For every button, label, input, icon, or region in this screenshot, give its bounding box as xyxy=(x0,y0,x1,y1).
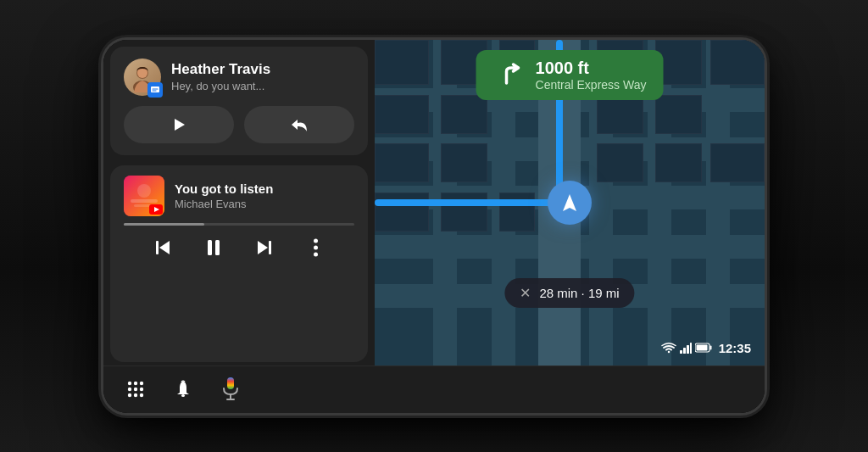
block-12 xyxy=(441,143,487,182)
android-auto-screen: Heather Travis Hey, do you want... xyxy=(103,40,765,413)
svg-point-35 xyxy=(140,393,143,397)
main-content-area: Heather Travis Hey, do you want... xyxy=(103,40,765,366)
notification-text: Heather Travis Hey, do you want... xyxy=(171,61,354,92)
notification-card: Heather Travis Hey, do you want... xyxy=(110,47,368,155)
svg-point-32 xyxy=(140,388,143,391)
eta-distance: 19 mi xyxy=(588,286,620,300)
navigation-direction-box: 1000 ft Central Express Way xyxy=(476,50,664,100)
navigation-arrow-icon xyxy=(558,191,581,215)
signal-icon xyxy=(680,342,692,354)
music-controls xyxy=(124,232,354,263)
svg-rect-37 xyxy=(227,377,234,389)
status-icons xyxy=(661,342,712,354)
block-5 xyxy=(441,95,487,134)
next-icon xyxy=(254,237,275,258)
notification-header: Heather Travis Hey, do you want... xyxy=(124,59,354,96)
direction-arrow xyxy=(493,59,524,90)
avatar-container xyxy=(124,59,161,96)
apps-button[interactable] xyxy=(124,377,147,401)
apps-grid-icon xyxy=(125,379,146,399)
device-screen: Heather Travis Hey, do you want... xyxy=(103,40,765,413)
svg-rect-14 xyxy=(269,241,271,254)
svg-point-30 xyxy=(128,388,131,391)
svg-point-2 xyxy=(137,68,147,78)
svg-marker-11 xyxy=(159,241,170,254)
svg-marker-15 xyxy=(258,241,268,254)
svg-point-34 xyxy=(134,393,137,397)
wifi-icon xyxy=(661,342,676,354)
contact-name: Heather Travis xyxy=(171,61,354,78)
reply-icon xyxy=(290,116,309,133)
album-art xyxy=(124,176,164,216)
youtube-icon xyxy=(152,206,160,213)
direction-info: 1000 ft Central Express Way xyxy=(536,59,647,92)
block-14 xyxy=(655,143,702,182)
svg-rect-20 xyxy=(680,350,682,354)
bottom-bar xyxy=(103,366,765,413)
block-13 xyxy=(597,143,643,182)
block-11 xyxy=(375,143,429,182)
microphone-button[interactable] xyxy=(219,377,242,401)
turn-right-icon xyxy=(495,61,522,88)
eta-separator: · xyxy=(577,286,588,300)
svg-rect-25 xyxy=(709,346,711,350)
svg-point-27 xyxy=(128,382,131,385)
svg-rect-22 xyxy=(687,345,689,354)
svg-point-33 xyxy=(128,393,131,397)
notification-actions xyxy=(124,106,354,143)
pause-button[interactable] xyxy=(198,232,229,263)
block-18 xyxy=(499,193,534,232)
svg-point-31 xyxy=(134,388,137,391)
svg-rect-13 xyxy=(215,240,220,255)
svg-point-16 xyxy=(314,238,318,243)
left-panel: Heather Travis Hey, do you want... xyxy=(103,40,375,366)
next-track-button[interactable] xyxy=(249,232,280,263)
status-time: 12:35 xyxy=(719,341,751,355)
block-9 xyxy=(597,95,643,134)
svg-rect-12 xyxy=(208,240,212,255)
more-icon xyxy=(314,238,318,257)
play-button[interactable] xyxy=(124,106,234,143)
distance-text: 1000 ft xyxy=(536,59,647,78)
svg-point-29 xyxy=(140,382,143,385)
block-1 xyxy=(375,40,429,86)
svg-rect-23 xyxy=(690,343,692,354)
message-preview: Hey, do you want... xyxy=(171,80,354,92)
eta-text: 28 min · 19 mi xyxy=(539,286,619,300)
youtube-badge xyxy=(149,204,163,215)
bottom-left-icons xyxy=(124,377,242,401)
bell-icon xyxy=(173,379,193,399)
more-options-button[interactable] xyxy=(300,232,331,263)
music-card: You got to listen Michael Evans xyxy=(110,165,368,362)
music-info: You got to listen Michael Evans xyxy=(175,181,354,210)
notifications-button[interactable] xyxy=(171,377,195,401)
svg-point-6 xyxy=(137,184,151,198)
block-15 xyxy=(710,143,765,182)
eta-time: 28 min xyxy=(539,286,577,300)
block-16 xyxy=(375,193,429,232)
svg-marker-9 xyxy=(154,207,159,212)
svg-point-28 xyxy=(134,382,137,385)
svg-marker-19 xyxy=(563,194,576,211)
messaging-badge xyxy=(147,82,163,98)
reply-button[interactable] xyxy=(244,106,354,143)
svg-marker-4 xyxy=(175,119,185,131)
road-v-5 xyxy=(706,40,730,366)
progress-bar-fill xyxy=(124,223,204,226)
block-10 xyxy=(655,95,702,134)
eta-box: ✕ 28 min · 19 mi xyxy=(504,278,634,308)
previous-icon xyxy=(153,237,173,258)
svg-point-17 xyxy=(314,245,318,249)
song-title: You got to listen xyxy=(175,181,354,196)
block-4 xyxy=(375,95,429,134)
progress-bar[interactable] xyxy=(124,223,354,226)
status-bar: 12:35 xyxy=(661,341,751,355)
street-name: Central Express Way xyxy=(536,78,647,92)
microphone-icon xyxy=(220,377,241,401)
previous-track-button[interactable] xyxy=(147,232,178,263)
route-line-h xyxy=(375,199,559,206)
svg-rect-21 xyxy=(683,348,686,354)
music-header: You got to listen Michael Evans xyxy=(124,176,354,216)
close-icon[interactable]: ✕ xyxy=(520,285,531,301)
play-icon xyxy=(170,116,187,133)
